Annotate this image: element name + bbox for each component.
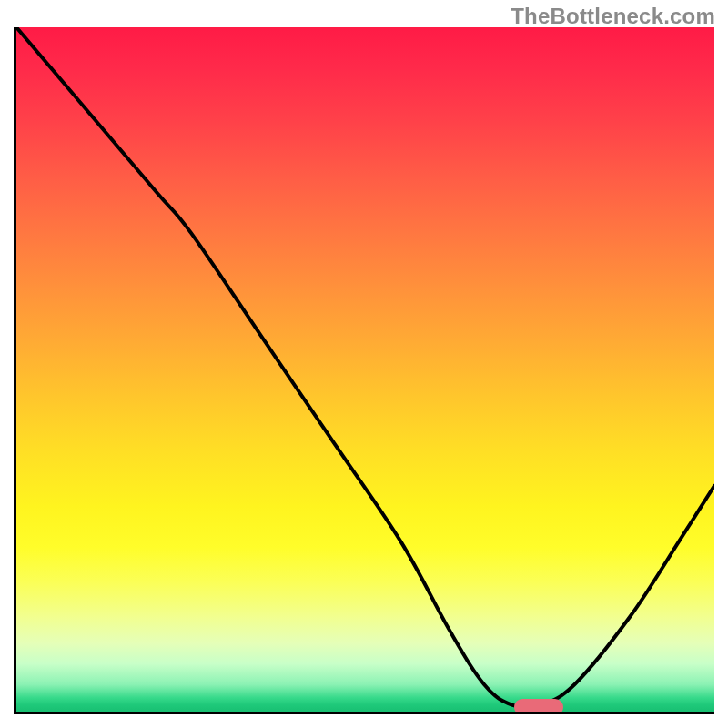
watermark-text: TheBottleneck.com: [511, 4, 715, 29]
curve-svg: [16, 27, 714, 712]
plot-area: [14, 27, 714, 714]
optimal-marker: [514, 699, 563, 714]
bottleneck-curve-path: [16, 27, 714, 708]
